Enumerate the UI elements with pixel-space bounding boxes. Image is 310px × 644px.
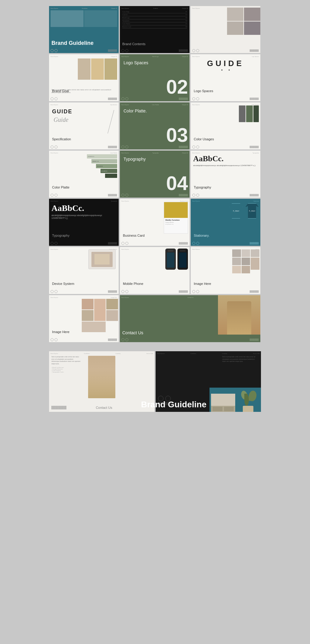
card-footer — [121, 194, 188, 197]
card-header: Brand System Stationary — [192, 200, 259, 202]
typography-light-label: Typography — [194, 185, 257, 189]
business-card-label: Business Card — [123, 234, 186, 237]
furniture-img — [211, 394, 235, 412]
typography-dark-label: Typography — [52, 234, 116, 237]
biz-card-preview: Hindley Earnshaw Creative Director info@… — [164, 202, 188, 234]
card-header: Brand System Contents Chapter 00 — [121, 7, 188, 9]
card-footer — [51, 290, 117, 293]
color-swatches — [239, 105, 259, 122]
brand-contents-label: Brand Contents — [122, 41, 145, 46]
card-footer — [51, 242, 117, 245]
brand-guideline-big-label: Brand Guideline — [141, 400, 206, 409]
typography-dark-content: AaBbCc. abcdefghijklmnopqrstuvwxyz abcde… — [51, 203, 116, 219]
color-usages-card: Brand System Color Usages Color Usages — [191, 102, 260, 149]
card-header: Brand System Specification — [51, 103, 117, 106]
image-here-fashion-label: Image Here — [52, 330, 116, 334]
brand-contents-card: Brand System Contents Chapter 00 Cover P… — [120, 6, 190, 53]
card-footer — [51, 97, 117, 100]
card-header: Brand System Guidelines Creativity Versi… — [51, 352, 153, 355]
bottom-right-card: Brand System Guidelines Creativity Versi… — [156, 351, 261, 412]
photo-grid-card: Brand System Chapter 01 — [191, 6, 260, 53]
color-platte-title: Color Platte. — [124, 108, 147, 113]
device-system-label: Device System — [52, 282, 116, 285]
card-header: Brand System Typography — [192, 152, 259, 154]
stationary-card: Brand System Stationary T_Shirt T_Shirt … — [191, 199, 260, 246]
card-header: Brand System Brand Logo Chapter 02 — [121, 55, 188, 58]
photo-grid — [227, 8, 260, 35]
color-platte-green-card: Brand System Color Palette Chapter 03 Co… — [120, 102, 190, 149]
card-header: Brand System Logo Spaces — [192, 55, 259, 58]
stationary-label: Stationary. — [194, 234, 257, 237]
spec-content: GUIDE Guide — [52, 108, 116, 123]
typography-light-card: Brand System Typography AaBbCc. abcdefgh… — [191, 151, 260, 198]
bottom-person-image — [88, 356, 115, 398]
device-mockup — [88, 249, 117, 277]
card-footer — [192, 290, 259, 293]
card-footer — [192, 49, 259, 52]
color-steps: #CBD5C0 #B0BCA8 #8A9E80 #5A6E52 — [87, 154, 117, 178]
bottom-left-text: Sed ut perspiciatis unde omnis iste natu… — [51, 356, 82, 373]
card-header: Brand System Image Here — [51, 296, 117, 299]
bottom-contact-label: Contact Us — [96, 406, 112, 409]
card-header: Brand System Guidelines Creativity Versi… — [157, 352, 259, 355]
specification-label: Specification — [52, 137, 116, 141]
card-footer — [121, 338, 259, 341]
contents-list: Cover Page01 Contents02 Brand Logo03 Typ… — [122, 10, 187, 28]
brand-guideline-title: Brand Guideline — [51, 40, 94, 46]
color-chapter-number: 03 — [166, 125, 188, 145]
color-usages-label: Color Usages — [194, 137, 257, 141]
mobile-phone-card: Brand System Mobile Phone Mobile Phone — [120, 247, 190, 294]
card-footer — [192, 194, 259, 197]
card-header: Brand System Chapter 01 — [51, 55, 117, 58]
mobile-phone-label: Mobile Phone — [123, 282, 186, 285]
device-system-card: Brand System Device System Device System — [49, 247, 119, 294]
card-header: Brand System Typography Chapter 04 — [121, 152, 188, 154]
teal-block — [209, 388, 261, 412]
brand-goal-card: Brand System Chapter 01 Sed ut perspicia… — [49, 54, 119, 101]
typo-chapter-number: 04 — [166, 173, 188, 193]
image-here-vase-card: Brand System Image Image Here — [191, 247, 260, 294]
brand-logo-card: Brand System Brand Logo Chapter 02 Logo … — [120, 54, 190, 101]
plant-img — [238, 389, 258, 412]
specification-card: Brand System Specification GUIDE Guide S… — [49, 102, 119, 149]
brand-logo-title: Logo Spaces — [124, 60, 148, 65]
logo-spaces-label: Logo Spaces — [194, 89, 257, 93]
business-card-card: Brand System Business Card Hindley Earns… — [120, 199, 190, 246]
contact-us-title: Contact Us — [122, 330, 143, 335]
typography-green-title: Typography — [124, 157, 146, 162]
card-header: Brand System Color Palette Chapter 03 — [121, 103, 188, 106]
image-here-fashion-card: Brand System Image Here Image Here — [49, 295, 119, 342]
card-header: Brand System Typography — [51, 200, 117, 202]
card-footer — [192, 97, 259, 100]
fashion-collage — [82, 299, 118, 332]
card-footer — [51, 49, 117, 52]
card-footer — [51, 338, 117, 341]
card-header: Brand System Color Palette — [51, 152, 117, 154]
goal-images — [78, 58, 117, 80]
logo-spaces-content: GUIDE — [191, 59, 260, 71]
chapter-number: 02 — [166, 77, 188, 97]
brand-guideline-card: Brand System Guidelines Chapter 01 Brand… — [49, 6, 119, 53]
contact-us-card: Brand System Contact Us Chapter End Cont… — [120, 295, 260, 342]
bottom-left-barcode — [51, 406, 67, 409]
card-footer — [192, 242, 259, 245]
typography-dark-card: Brand System Typography AaBbCc. abcdefgh… — [49, 199, 119, 246]
main-grid: Brand System Guidelines Chapter 01 Brand… — [49, 6, 261, 342]
card-footer — [121, 97, 188, 100]
shirt-preview: T_Shirt T_Shirt — [229, 203, 259, 219]
card-footer — [192, 145, 259, 148]
card-footer — [51, 194, 117, 197]
bottom-left-card: Brand System Guidelines Creativity Versi… — [49, 351, 154, 412]
bottom-right-text: Sed ut perspiciatis unde omnis iste natu… — [222, 356, 259, 363]
color-platte-label: Color Platte — [52, 185, 116, 189]
card-header: Brand System Guidelines Chapter 01 — [51, 7, 117, 9]
card-footer — [121, 49, 188, 52]
logo-spaces-card: Brand System Logo Spaces GUIDE Logo Spac… — [191, 54, 260, 101]
brand-goal-label: Brand Goal — [52, 89, 116, 93]
phone-mockups — [165, 249, 188, 270]
typography-content: AaBbCc. abcdefghijklmnopqrstuvwxyz abcde… — [193, 154, 258, 167]
bottom-section: Brand System Guidelines Creativity Versi… — [49, 351, 261, 412]
image-objects — [232, 249, 259, 273]
card-footer — [51, 145, 117, 148]
card-footer — [121, 290, 188, 293]
